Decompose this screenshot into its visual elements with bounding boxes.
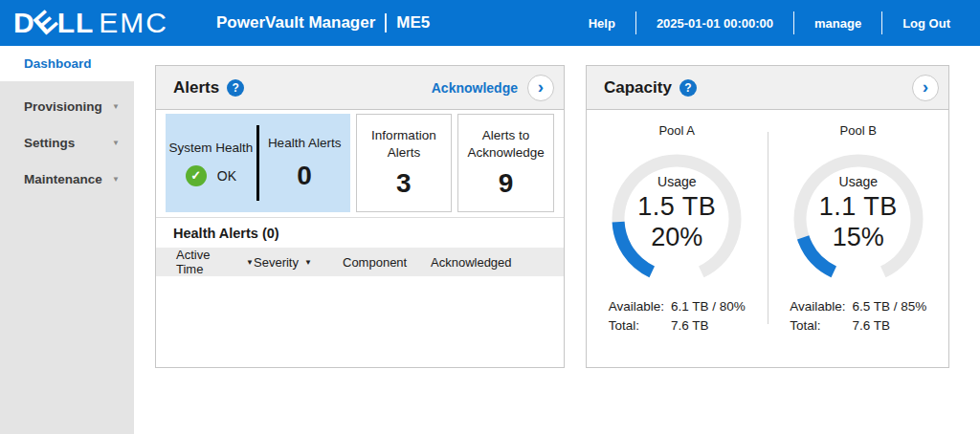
sidebar-group: Provisioning ▼ Settings ▼ Maintenance ▼	[0, 81, 134, 434]
health-alerts-table-header: Active Time ▼ Severity ▼ Component Ackno…	[156, 248, 564, 276]
sort-caret-icon: ▼	[246, 258, 254, 267]
health-alerts-table-body	[156, 276, 564, 367]
chevron-down-icon: ▼	[112, 139, 120, 147]
dell-wordmark: DELL	[13, 7, 94, 39]
dashboard-content: Alerts ? Acknowledge › System Health ✓ O…	[134, 46, 980, 434]
usage-label: Usage	[839, 174, 878, 189]
alert-tiles: System Health ✓ OK Health Alerts 0 Infor…	[156, 110, 564, 218]
alerts-to-acknowledge-tile[interactable]: Alerts to Acknowledge 9	[457, 114, 554, 212]
sidebar-item-label: Maintenance	[24, 172, 102, 186]
column-label: Severity	[254, 255, 299, 270]
sidebar-item-settings[interactable]: Settings ▼	[0, 124, 134, 161]
column-header-acknowledged: Acknowledged	[431, 255, 512, 270]
total-label: Total:	[790, 318, 845, 333]
dell-letters-ll: LL	[57, 7, 95, 39]
acknowledge-link[interactable]: Acknowledge	[432, 80, 518, 96]
sidebar-item-label: Dashboard	[24, 56, 92, 71]
system-health-status: ✓ OK	[186, 165, 236, 186]
column-header-component: Component	[343, 255, 431, 270]
capacity-panel: Capacity ? › Pool A Usage	[586, 65, 949, 368]
pool-usage-gauge: Usage 1.5 TB 20%	[605, 147, 748, 291]
sidebar-item-provisioning[interactable]: Provisioning ▼	[0, 88, 134, 124]
title-divider	[385, 13, 387, 33]
dell-emc-logo: DELL EMC	[13, 7, 168, 39]
usage-percent: 15%	[833, 222, 884, 252]
health-alerts-count: 0	[297, 161, 312, 191]
alerts-panel-header: Alerts ? Acknowledge ›	[156, 66, 564, 110]
column-header-active-time[interactable]: Active Time ▼	[156, 248, 254, 276]
capacity-panel-header: Capacity ? ›	[587, 66, 948, 110]
chevron-down-icon: ▼	[112, 175, 120, 184]
sidebar-item-label: Settings	[24, 136, 75, 150]
sidebar-nav: Dashboard Provisioning ▼ Settings ▼ Main…	[0, 46, 134, 434]
alerts-header-actions: Acknowledge ›	[432, 75, 554, 101]
sidebar-item-maintenance[interactable]: Maintenance ▼	[0, 161, 134, 197]
top-bar: DELL EMC PowerVault Manager ME5 Help 202…	[0, 0, 980, 46]
capacity-pools: Pool A Usage 1.5 TB 20% Availab	[587, 110, 948, 367]
total-value: 7.6 TB	[853, 318, 927, 333]
alerts-panel: Alerts ? Acknowledge › System Health ✓ O…	[155, 65, 565, 368]
information-alerts-tile[interactable]: Information Alerts 3	[356, 114, 453, 212]
available-label: Available:	[790, 299, 845, 314]
pool-b-section: Pool B Usage 1.1 TB 15% Availab	[768, 110, 949, 367]
capacity-panel-title: Capacity	[604, 78, 672, 98]
alerts-expand-button[interactable]: ›	[527, 75, 554, 101]
alerts-panel-title: Alerts	[173, 78, 219, 98]
pool-usage-gauge: Usage 1.1 TB 15%	[787, 147, 930, 291]
sidebar-item-dashboard[interactable]: Dashboard	[0, 46, 134, 81]
chevron-down-icon: ▼	[112, 102, 120, 111]
pool-stats: Available: 6.5 TB / 85% Total: 7.6 TB	[790, 299, 926, 333]
logout-link[interactable]: Log Out	[882, 16, 970, 31]
topbar-menu: Help 2025-01-01 00:00:00 manage Log Out	[568, 11, 970, 34]
health-alerts-label: Health Alerts	[268, 135, 342, 152]
user-menu[interactable]: manage	[794, 16, 881, 31]
status-badge: OK	[217, 168, 236, 184]
available-value: 6.1 TB / 80%	[671, 299, 746, 314]
system-health-tile[interactable]: System Health ✓ OK Health Alerts 0	[166, 114, 350, 212]
pool-name: Pool B	[840, 123, 877, 138]
pool-stats: Available: 6.1 TB / 80% Total: 7.6 TB	[609, 299, 746, 333]
check-circle-icon: ✓	[186, 165, 207, 186]
alerts-to-acknowledge-count: 9	[499, 168, 514, 199]
sidebar-item-label: Provisioning	[24, 99, 102, 114]
available-label: Available:	[609, 299, 664, 314]
chevron-right-icon: ›	[923, 77, 928, 96]
column-label: Active Time	[176, 248, 240, 276]
system-health-label: System Health	[168, 140, 253, 157]
information-alerts-label: Information Alerts	[363, 127, 445, 161]
help-icon[interactable]: ?	[679, 79, 697, 97]
usage-label: Usage	[657, 174, 696, 189]
column-label: Acknowledged	[431, 255, 512, 270]
usage-value: 1.5 TB	[637, 192, 716, 222]
pool-a-section: Pool A Usage 1.5 TB 20% Availab	[587, 110, 768, 367]
sort-caret-icon: ▼	[304, 258, 312, 267]
capacity-header-actions: ›	[912, 75, 939, 101]
available-value: 6.5 TB / 85%	[853, 299, 927, 314]
emc-wordmark: EMC	[99, 7, 168, 39]
app-title: PowerVault Manager ME5	[216, 13, 430, 33]
alerts-to-acknowledge-label: Alerts to Acknowledge	[460, 127, 552, 161]
system-datetime: 2025-01-01 00:00:00	[636, 16, 793, 31]
gauge-center-text: Usage 1.5 TB 20%	[605, 141, 748, 285]
help-link[interactable]: Help	[568, 16, 635, 31]
column-label: Component	[343, 255, 407, 270]
help-icon[interactable]: ?	[227, 79, 244, 97]
capacity-expand-button[interactable]: ›	[912, 75, 939, 101]
usage-value: 1.1 TB	[819, 192, 898, 222]
health-alerts-section-title: Health Alerts (0)	[156, 218, 564, 248]
gauge-center-text: Usage 1.1 TB 15%	[787, 141, 930, 285]
app-model: ME5	[396, 13, 430, 33]
app-title-text: PowerVault Manager	[216, 13, 375, 33]
system-health-cell: System Health ✓ OK	[166, 114, 256, 212]
chevron-right-icon: ›	[538, 77, 544, 96]
pool-name: Pool A	[658, 123, 695, 138]
information-alerts-count: 3	[396, 168, 412, 199]
health-alerts-cell: Health Alerts 0	[259, 114, 350, 212]
total-value: 7.6 TB	[671, 318, 746, 333]
column-header-severity[interactable]: Severity ▼	[254, 255, 343, 270]
usage-percent: 20%	[651, 222, 702, 252]
total-label: Total:	[609, 318, 664, 333]
